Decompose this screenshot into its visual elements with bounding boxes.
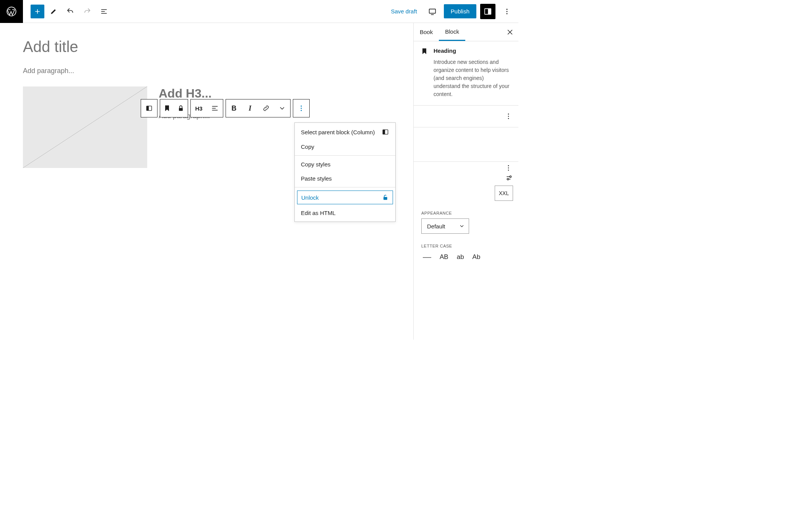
more-rich-text-button[interactable] <box>274 99 290 117</box>
menu-copy[interactable]: Copy <box>295 140 395 154</box>
svg-point-16 <box>508 114 509 115</box>
block-toolbar: H3 B I <box>141 99 310 117</box>
sidebar-icon <box>484 7 492 16</box>
letter-case-lower[interactable]: ab <box>457 253 464 261</box>
appearance-value: Default <box>427 223 445 230</box>
svg-point-6 <box>507 13 508 14</box>
image-placeholder[interactable] <box>23 86 147 168</box>
svg-point-10 <box>301 106 302 107</box>
redo-icon <box>83 7 91 16</box>
undo-button[interactable] <box>63 4 78 19</box>
column-icon <box>382 128 389 136</box>
svg-rect-15 <box>384 197 387 200</box>
menu-label: Edit as HTML <box>301 210 336 216</box>
menu-paste-styles[interactable]: Paste styles <box>295 171 395 186</box>
bold-button[interactable]: B <box>226 99 242 117</box>
column-icon <box>145 104 153 112</box>
heading-block-indicator[interactable] <box>160 99 174 117</box>
svg-point-18 <box>508 118 509 119</box>
save-draft-button[interactable]: Save draft <box>387 5 421 18</box>
settings-toggle-button[interactable] <box>480 4 495 19</box>
paragraph-placeholder[interactable]: Add paragraph... <box>23 67 390 75</box>
menu-label: Unlock <box>301 194 319 201</box>
preview-button[interactable] <box>425 4 440 19</box>
block-name: Heading <box>434 47 456 55</box>
tab-block[interactable]: Block <box>439 23 465 41</box>
menu-copy-styles[interactable]: Copy styles <box>295 157 395 171</box>
size-xxl[interactable]: XXL <box>495 186 513 201</box>
parent-block-button[interactable] <box>141 99 157 117</box>
options-button[interactable] <box>499 4 515 19</box>
menu-label: Paste styles <box>301 175 332 182</box>
top-bar: Save draft Publish <box>0 0 518 23</box>
unlock-icon <box>382 194 389 201</box>
svg-rect-8 <box>146 106 149 111</box>
close-icon <box>506 28 514 36</box>
publish-button[interactable]: Publish <box>444 4 476 18</box>
chevron-down-icon <box>459 223 465 229</box>
block-description: Introduce new sections and organize cont… <box>434 58 512 98</box>
add-block-button[interactable] <box>31 5 44 18</box>
svg-point-5 <box>507 11 508 12</box>
plus-icon <box>34 8 41 15</box>
size-buttons: XXL <box>414 186 518 201</box>
svg-rect-3 <box>488 8 491 14</box>
menu-label: Copy styles <box>301 161 331 168</box>
svg-point-23 <box>507 178 509 180</box>
more-vertical-icon <box>505 112 512 120</box>
heading-block[interactable]: Add H3... <box>159 86 390 101</box>
svg-point-12 <box>301 110 302 111</box>
italic-button[interactable]: I <box>242 99 258 117</box>
svg-rect-1 <box>429 9 436 13</box>
close-sidebar-button[interactable] <box>502 28 518 36</box>
undo-icon <box>66 7 75 16</box>
block-options-button[interactable] <box>293 99 309 117</box>
list-icon <box>100 8 108 15</box>
menu-label: Copy <box>301 143 314 150</box>
more-vertical-icon <box>503 8 511 15</box>
svg-point-17 <box>508 116 509 117</box>
panel-options-button[interactable] <box>502 110 515 122</box>
size-custom-toggle[interactable] <box>505 174 513 183</box>
appearance-label: APPEARANCE <box>414 206 518 218</box>
svg-point-4 <box>507 8 508 10</box>
redo-button[interactable] <box>80 4 95 19</box>
typography-options-button[interactable] <box>502 162 515 174</box>
appearance-select[interactable]: Default <box>421 218 469 234</box>
post-title-input[interactable]: Add title <box>23 38 390 55</box>
letter-case-capitalize[interactable]: Ab <box>473 253 481 261</box>
wordpress-icon <box>6 6 17 17</box>
align-button[interactable] <box>207 99 223 117</box>
document-overview-button[interactable] <box>96 4 112 19</box>
edit-mode-button[interactable] <box>46 4 61 19</box>
lock-indicator[interactable] <box>174 99 188 117</box>
bookmark-icon <box>421 47 428 55</box>
menu-label: Select parent block (Column) <box>301 129 375 135</box>
lock-icon <box>177 104 185 112</box>
menu-edit-html[interactable]: Edit as HTML <box>295 206 395 220</box>
wordpress-logo[interactable] <box>0 0 23 23</box>
settings-sidebar: Book Block Heading Introduce new section… <box>413 23 518 340</box>
block-options-menu: Select parent block (Column) Copy Copy s… <box>294 122 396 222</box>
svg-point-20 <box>508 168 509 169</box>
letter-case-upper[interactable]: AB <box>440 253 448 261</box>
block-description-panel: Heading Introduce new sections and organ… <box>414 41 518 106</box>
svg-point-19 <box>508 165 509 166</box>
tab-book[interactable]: Book <box>414 23 439 41</box>
heading-level-button[interactable]: H3 <box>191 99 207 117</box>
bookmark-icon <box>163 104 171 112</box>
menu-select-parent[interactable]: Select parent block (Column) <box>295 124 395 140</box>
svg-point-21 <box>508 170 509 171</box>
svg-rect-14 <box>383 130 385 134</box>
link-icon <box>262 104 270 112</box>
letter-case-none[interactable]: — <box>423 252 431 262</box>
align-icon <box>211 104 219 112</box>
editor-canvas: Add title Add paragraph... Add H3... Add… <box>0 23 413 340</box>
svg-point-22 <box>510 176 511 178</box>
menu-unlock[interactable]: Unlock <box>297 191 393 204</box>
svg-point-11 <box>301 108 302 109</box>
link-button[interactable] <box>258 99 274 117</box>
chevron-down-icon <box>278 104 286 112</box>
svg-rect-9 <box>179 108 183 111</box>
pencil-icon <box>50 8 57 15</box>
